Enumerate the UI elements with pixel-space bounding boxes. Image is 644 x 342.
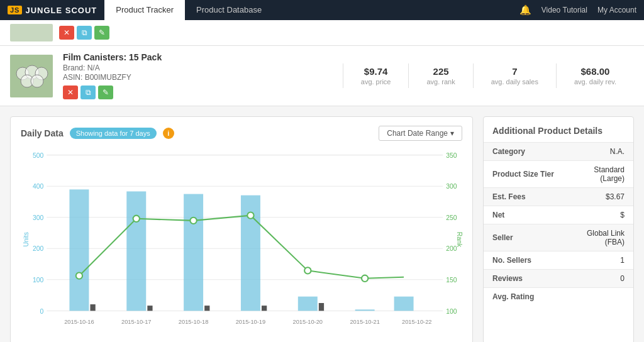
date-range-button[interactable]: Chart Date Range ▾ bbox=[379, 126, 462, 141]
nav-tabs: Product Tracker Product Database bbox=[104, 0, 273, 20]
stat-avg-daily-sales: 7 avg. daily sales bbox=[473, 63, 556, 88]
product-title: Film Canisters: 15 Pack bbox=[63, 52, 333, 62]
details-value-4: Global Link (FBA) bbox=[566, 224, 633, 251]
details-value-6: 0 bbox=[566, 270, 633, 288]
svg-text:400: 400 bbox=[33, 183, 43, 190]
product-actions: ✕ ⧉ ✎ bbox=[63, 86, 333, 99]
bar-1b bbox=[90, 304, 95, 311]
rank-point-6 bbox=[362, 275, 368, 282]
js-badge: JS bbox=[8, 6, 22, 14]
x-label-4: 2015-10-19 bbox=[236, 319, 265, 325]
chart-header-left: Daily Data Showing data for 7 days i bbox=[21, 128, 174, 139]
x-label-2: 2015-10-17 bbox=[121, 319, 151, 325]
tab-product-tracker[interactable]: Product Tracker bbox=[104, 0, 185, 20]
showing-badge: Showing data for 7 days bbox=[70, 128, 157, 139]
details-label-6: Reviews bbox=[484, 270, 566, 288]
details-label-3: Net bbox=[484, 206, 566, 224]
bell-icon[interactable]: 🔔 bbox=[519, 4, 531, 16]
details-row-4: SellerGlobal Link (FBA) bbox=[484, 224, 633, 251]
x-label-3: 2015-10-18 bbox=[179, 319, 208, 325]
brand-logo: JS JUNGLE SCOUT bbox=[0, 0, 104, 20]
product-image bbox=[10, 55, 53, 97]
tab-product-database[interactable]: Product Database bbox=[185, 0, 273, 20]
details-value-2: $3.67 bbox=[566, 188, 633, 206]
details-value-5: 1 bbox=[566, 251, 633, 270]
details-value-7 bbox=[566, 288, 633, 306]
delete-button-top[interactable]: ✕ bbox=[59, 26, 74, 40]
rank-point-5 bbox=[304, 267, 311, 273]
brand-name: JUNGLE SCOUT bbox=[25, 6, 97, 15]
bar-5 bbox=[298, 297, 318, 311]
svg-text:300: 300 bbox=[446, 183, 457, 190]
details-value-3: $ bbox=[566, 206, 633, 224]
rank-point-1 bbox=[76, 272, 82, 279]
svg-point-5 bbox=[31, 75, 43, 87]
chart-svg: 500 400 300 200 100 0 350 300 250 200 15… bbox=[21, 148, 462, 337]
details-label-1: Product Size Tier bbox=[484, 161, 566, 188]
details-label-4: Seller bbox=[484, 224, 566, 251]
bar-1 bbox=[69, 189, 89, 311]
bar-6 bbox=[355, 309, 375, 311]
details-table: CategoryN.A.Product Size TierStandard (L… bbox=[484, 142, 633, 306]
details-row-1: Product Size TierStandard (Large) bbox=[484, 161, 633, 188]
bar-3b bbox=[204, 306, 209, 311]
navbar: JS JUNGLE SCOUT Product Tracker Product … bbox=[0, 0, 644, 20]
product-details: Film Canisters: 15 Pack Brand: N/A ASIN:… bbox=[63, 52, 333, 99]
bar-4b bbox=[262, 306, 267, 311]
svg-text:100: 100 bbox=[33, 277, 43, 284]
rank-point-2 bbox=[133, 216, 140, 222]
edit-button[interactable]: ✎ bbox=[98, 86, 113, 99]
edit-button-top[interactable]: ✎ bbox=[94, 26, 109, 40]
stat-avg-rank: 225 avg. rank bbox=[408, 63, 472, 88]
product-brand: Brand: N/A bbox=[63, 63, 333, 72]
chart-container: 500 400 300 200 100 0 350 300 250 200 15… bbox=[21, 148, 462, 337]
svg-text:0: 0 bbox=[40, 308, 43, 315]
details-row-5: No. Sellers1 bbox=[484, 251, 633, 270]
details-row-7: Avg. Rating bbox=[484, 288, 633, 306]
details-label-7: Avg. Rating bbox=[484, 288, 566, 306]
chart-header: Daily Data Showing data for 7 days i Cha… bbox=[21, 126, 462, 141]
details-row-0: CategoryN.A. bbox=[484, 143, 633, 161]
stats-row: $9.74 avg. price 225 avg. rank 7 avg. da… bbox=[343, 63, 634, 88]
stat-avg-price: $9.74 avg. price bbox=[343, 63, 409, 88]
svg-text:150: 150 bbox=[446, 277, 457, 284]
main-content: Daily Data Showing data for 7 days i Cha… bbox=[0, 106, 644, 342]
account-link[interactable]: My Account bbox=[597, 6, 636, 14]
x-label-7: 2015-10-22 bbox=[402, 319, 431, 325]
chart-title: Daily Data bbox=[21, 128, 64, 138]
bar-2 bbox=[126, 191, 146, 311]
rank-point-4 bbox=[247, 212, 253, 218]
svg-text:Rank: Rank bbox=[456, 232, 462, 248]
details-label-2: Est. Fees bbox=[484, 188, 566, 206]
details-panel: Additional Product Details CategoryN.A.P… bbox=[483, 116, 634, 342]
details-label-0: Category bbox=[484, 143, 566, 161]
rank-point-3 bbox=[190, 218, 196, 224]
bar-7 bbox=[394, 297, 414, 311]
navbar-right: 🔔 Video Tutorial My Account bbox=[519, 0, 644, 20]
product-image-top bbox=[10, 24, 53, 41]
svg-text:Units: Units bbox=[23, 232, 30, 247]
details-row-3: Net$ bbox=[484, 206, 633, 224]
external-link-button-top[interactable]: ⧉ bbox=[77, 26, 92, 40]
info-icon[interactable]: i bbox=[163, 128, 174, 139]
svg-text:500: 500 bbox=[33, 152, 43, 159]
svg-text:100: 100 bbox=[446, 308, 457, 315]
chart-panel: Daily Data Showing data for 7 days i Cha… bbox=[10, 116, 473, 342]
details-row-2: Est. Fees$3.67 bbox=[484, 188, 633, 206]
details-value-1: Standard (Large) bbox=[566, 161, 633, 188]
product-asin: ASIN: B00IMUBZFY bbox=[63, 73, 333, 82]
bar-3 bbox=[184, 194, 203, 311]
details-value-0: N.A. bbox=[566, 143, 633, 161]
product-info-row: Film Canisters: 15 Pack Brand: N/A ASIN:… bbox=[0, 46, 644, 106]
delete-button[interactable]: ✕ bbox=[63, 86, 78, 99]
svg-text:300: 300 bbox=[33, 214, 43, 221]
external-link-button[interactable]: ⧉ bbox=[80, 86, 96, 99]
details-label-5: No. Sellers bbox=[484, 251, 566, 270]
stat-avg-daily-rev: $68.00 avg. daily rev. bbox=[556, 63, 634, 88]
details-title: Additional Product Details bbox=[484, 126, 633, 142]
svg-text:350: 350 bbox=[446, 152, 457, 159]
x-label-5: 2015-10-20 bbox=[293, 319, 323, 325]
video-tutorial-link[interactable]: Video Tutorial bbox=[541, 6, 587, 14]
details-row-6: Reviews0 bbox=[484, 270, 633, 288]
x-label-6: 2015-10-21 bbox=[350, 319, 379, 325]
